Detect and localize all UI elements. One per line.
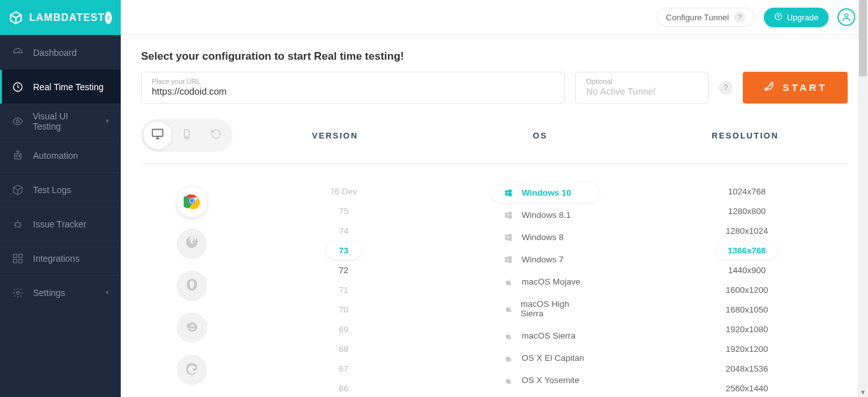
resolution-option[interactable]: 1920x1080 [714,321,780,338]
sidebar-item-issue-tracker[interactable]: Issue Tracker [0,206,121,241]
tunnel-help-icon[interactable]: ? [719,81,733,95]
upgrade-button[interactable]: Upgrade [764,8,829,27]
os-option[interactable]: Windows 8 [491,227,599,247]
browser-opera-button[interactable] [177,271,207,301]
svg-point-5 [15,222,20,227]
version-option[interactable]: 73 [326,242,362,259]
os-label: OS X Yosemite [522,375,580,385]
os-option[interactable]: Windows 10 [491,183,599,203]
config-section: Select your configuration to start Real … [141,35,848,164]
chevron-down-icon: ▾ [105,288,109,297]
url-field[interactable]: Place your URL [141,72,565,104]
chrome-icon [184,192,200,212]
url-input[interactable] [152,86,554,97]
help-icon: ? [734,11,745,23]
svg-point-21 [189,281,194,289]
page-scrollbar[interactable]: ▲ ▼ [858,0,868,397]
resolution-option[interactable]: 2560x1440 [714,380,780,397]
resolution-option[interactable]: 1600x1200 [714,281,780,299]
device-desktop-button[interactable] [144,121,172,149]
svg-rect-8 [13,259,17,262]
windows-icon [504,211,514,220]
resolution-option[interactable]: 2048x1536 [714,360,780,377]
os-option[interactable]: macOS High Sierra [491,294,599,323]
opera-icon [185,278,199,294]
version-option[interactable]: 68 [326,340,362,358]
windows-icon [504,255,514,264]
brand-name: LAMBDATEST [29,12,105,24]
apple-icon [504,304,513,313]
resolution-option[interactable]: 1440x900 [717,262,777,279]
mobile-icon [181,128,193,142]
resolution-option[interactable]: 1680x1050 [714,301,780,318]
sidebar-item-real-time-testing[interactable]: Real Time Testing [0,69,121,104]
os-option[interactable]: OS X El Capitan [491,348,599,368]
refresh-icon [210,128,222,142]
nav: DashboardReal Time TestingVisual UI Test… [0,35,121,309]
sidebar-item-automation[interactable]: Automation [0,138,121,172]
version-option[interactable]: 75 [326,203,362,220]
browser-edge-button[interactable] [177,354,207,385]
configure-tunnel-button[interactable]: Configure Tunnel ? [656,8,755,27]
windows-icon [504,189,514,198]
version-option[interactable]: 76 Dev [318,183,369,200]
ie-icon [185,320,199,336]
clock-icon [11,81,24,93]
os-option[interactable]: Windows 7 [491,250,599,269]
version-option[interactable]: 69 [326,321,362,338]
resolution-option[interactable]: 1920x1200 [714,340,780,358]
browser-ie-button[interactable] [177,313,207,343]
browser-firefox-button[interactable] [177,229,207,259]
browser-column [141,183,243,397]
column-headers: VERSION OS RESOLUTION [233,131,848,140]
version-option[interactable]: 66 [326,380,362,397]
os-option[interactable]: OS X Yosemite [491,370,599,390]
upgrade-icon [774,12,783,23]
main: Configure Tunnel ? Upgrade Select your c… [121,0,868,397]
os-option[interactable]: Windows 8.1 [491,205,599,225]
tunnel-field[interactable]: Optional No Active Tunnel [575,72,709,104]
sidebar-item-dashboard[interactable]: Dashboard [0,35,121,69]
device-refresh-button[interactable] [202,121,230,149]
sidebar-collapse-button[interactable] [105,11,112,24]
os-label: OS X El Capitan [522,353,584,363]
configure-tunnel-label: Configure Tunnel [666,13,729,22]
os-option[interactable]: macOS Mojave [491,272,599,292]
resolution-option[interactable]: 1024x768 [717,183,777,200]
chevron-down-icon: ▾ [105,117,109,125]
device-mobile-button[interactable] [173,121,201,149]
os-label: Windows 10 [522,188,571,198]
version-option[interactable]: 67 [326,360,362,377]
sidebar-item-settings[interactable]: Settings▾ [0,275,121,309]
start-button[interactable]: START [743,72,848,104]
version-option[interactable]: 70 [326,301,362,318]
scroll-down-icon[interactable]: ▼ [858,387,868,397]
windows-icon [504,233,514,242]
resolution-option[interactable]: 1280x800 [717,203,777,220]
sidebar-item-visual-ui-testing[interactable]: Visual UI Testing▾ [0,104,121,138]
resolution-option[interactable]: 1280x1024 [714,222,780,239]
brand-logo-icon [9,10,23,25]
version-option[interactable]: 72 [326,262,362,279]
svg-rect-6 [13,254,17,257]
scroll-thumb[interactable] [859,0,867,76]
os-option[interactable]: macOS Sierra [491,326,599,346]
sidebar-item-test-logs[interactable]: Test Logs [0,172,121,206]
grid-icon [11,252,24,265]
resolution-option[interactable]: 1366x768 [716,242,777,259]
sidebar-item-label: Integrations [33,253,79,264]
sidebar-item-label: Settings [33,288,65,298]
firefox-icon [184,235,200,253]
version-option[interactable]: 74 [326,222,362,239]
version-option[interactable]: 71 [326,281,362,299]
brand[interactable]: LAMBDATEST [0,0,121,35]
browser-chrome-button[interactable] [177,187,207,217]
svg-point-12 [844,14,848,17]
mode-row: VERSION OS RESOLUTION [141,119,848,164]
account-button[interactable] [837,8,855,26]
sidebar-item-integrations[interactable]: Integrations [0,241,121,275]
os-column: Windows 10Windows 8.1Windows 8Windows 7m… [444,183,646,397]
apple-icon [504,278,514,286]
url-label: Place your URL [152,77,554,85]
os-label: Windows 8 [522,232,564,242]
